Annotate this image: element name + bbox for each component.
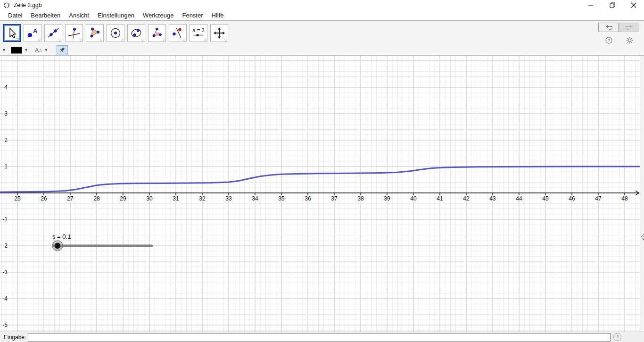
close-icon xyxy=(631,2,636,8)
x-tick-label: 35 xyxy=(278,195,285,202)
x-tick-label: 25 xyxy=(14,195,21,202)
tool-dropdown-icon[interactable]: ▽ xyxy=(17,38,19,42)
reflection-icon xyxy=(172,27,184,39)
tool-angle-button[interactable]: α ▽ xyxy=(148,24,166,42)
x-tick-label: 47 xyxy=(595,195,602,202)
tool-slider-button[interactable]: a = 2 ▽ xyxy=(190,24,207,42)
tool-dropdown-icon[interactable]: ▽ xyxy=(204,38,206,42)
redo-button[interactable] xyxy=(619,23,639,32)
restore-button[interactable] xyxy=(602,0,623,10)
x-tick-label: 31 xyxy=(173,195,179,202)
tool-perpendicular-line-button[interactable]: ▽ xyxy=(65,24,83,42)
x-tick-label: 29 xyxy=(120,195,126,202)
y-tick-label: -2 xyxy=(2,242,8,249)
x-tick-label: 33 xyxy=(225,195,232,202)
minimize-icon xyxy=(588,3,594,8)
tool-move-graphics-view-button[interactable]: ▽ xyxy=(210,24,228,42)
text-style-button[interactable]: AA xyxy=(35,46,42,54)
stylebar-toggle-chevron-icon[interactable]: ▼ xyxy=(2,48,6,52)
move-view-icon xyxy=(213,27,225,39)
tool-move-button[interactable]: ▽ xyxy=(3,24,21,42)
tool-dropdown-icon[interactable]: ▽ xyxy=(162,38,165,42)
svg-text:?: ? xyxy=(608,38,610,42)
tool-dropdown-icon[interactable]: ▽ xyxy=(100,38,103,42)
x-tick-label: 41 xyxy=(437,195,443,202)
tool-dropdown-icon[interactable]: ▽ xyxy=(141,38,144,42)
y-tick-label: -4 xyxy=(2,295,8,302)
menu-item-datei[interactable]: Datei xyxy=(4,11,26,20)
graphics-canvas[interactable]: 2526272829303132333435363738394041424344… xyxy=(0,56,644,332)
perpendicular-line-icon xyxy=(68,27,80,39)
menubar: Datei Bearbeiten Ansicht Einstellungen W… xyxy=(0,10,644,21)
x-tick-label: 43 xyxy=(489,195,496,202)
svg-text:α: α xyxy=(157,31,159,35)
tool-polygon-button[interactable]: ▽ xyxy=(86,24,104,42)
stylebar-separator xyxy=(54,45,54,55)
tool-line-button[interactable]: ▽ xyxy=(44,24,62,42)
tool-ellipse-button[interactable]: ▽ xyxy=(127,24,145,42)
tool-dropdown-icon[interactable]: ▽ xyxy=(79,38,82,42)
x-tick-label: 36 xyxy=(305,195,311,202)
tool-circle-button[interactable]: ▽ xyxy=(107,24,124,42)
function-curve[interactable] xyxy=(0,167,639,192)
graphics-view[interactable]: 2526272829303132333435363738394041424344… xyxy=(0,56,644,332)
menu-item-fenster[interactable]: Fenster xyxy=(178,11,207,20)
window-title: Zeile 2.ggb xyxy=(14,2,41,8)
panel-collapse-arrow-icon[interactable] xyxy=(640,234,644,241)
x-tick-label: 44 xyxy=(516,195,522,202)
x-tick-label: 30 xyxy=(146,195,153,202)
help-button[interactable]: ? xyxy=(604,36,613,44)
graphics-stylebar: ▼ ▼ AA ▼ xyxy=(0,45,644,56)
tool-reflection-button[interactable]: ▽ xyxy=(169,24,187,42)
input-help-button[interactable]: ? xyxy=(613,333,621,341)
x-tick-label: 27 xyxy=(67,195,74,202)
x-tick-label: 39 xyxy=(384,195,390,202)
ellipse-icon xyxy=(130,27,142,39)
x-tick-label: 26 xyxy=(41,195,47,202)
text-style-dropdown-icon[interactable]: ▼ xyxy=(44,48,48,52)
x-tick-label: 48 xyxy=(621,195,628,202)
y-tick-label: 4 xyxy=(4,84,8,91)
pin-button[interactable] xyxy=(57,45,68,55)
algebra-input[interactable] xyxy=(28,333,611,342)
tool-dropdown-icon[interactable]: ▽ xyxy=(58,38,61,42)
slider-knob[interactable] xyxy=(55,243,60,249)
y-tick-label: 1 xyxy=(4,163,8,170)
input-bar: Eingabe: ? xyxy=(0,332,644,342)
x-tick-label: 38 xyxy=(357,195,364,202)
x-tick-label: 42 xyxy=(463,195,470,202)
x-tick-label: 37 xyxy=(331,195,338,202)
redo-icon xyxy=(626,25,633,30)
close-button[interactable] xyxy=(623,0,644,10)
restore-icon xyxy=(610,2,615,8)
tool-dropdown-icon[interactable]: ▽ xyxy=(38,38,41,42)
x-tick-label: 45 xyxy=(542,195,549,202)
x-tick-label: 28 xyxy=(93,195,100,202)
tool-point-button[interactable]: A ▽ xyxy=(24,24,41,42)
minimize-button[interactable] xyxy=(580,0,602,10)
settings-gear-button[interactable] xyxy=(625,36,634,44)
menu-item-einstellungen[interactable]: Einstellungen xyxy=(93,11,139,20)
view-divider xyxy=(640,56,644,332)
slider-value-label: s = 0.1 xyxy=(52,233,71,240)
tool-dropdown-icon[interactable]: ▽ xyxy=(224,38,227,42)
svg-text:a = 2: a = 2 xyxy=(193,27,205,33)
tool-dropdown-icon[interactable]: ▽ xyxy=(183,38,186,42)
y-tick-label: 2 xyxy=(4,137,8,143)
line-icon xyxy=(47,27,59,39)
toolbar: ▽ A ▽ ▽ ▽ xyxy=(0,21,644,45)
menu-item-bearbeiten[interactable]: Bearbeiten xyxy=(26,11,65,20)
undo-button[interactable] xyxy=(598,23,619,32)
help-icon: ? xyxy=(605,37,612,44)
y-tick-label: -5 xyxy=(2,322,8,328)
menu-item-ansicht[interactable]: Ansicht xyxy=(65,11,93,20)
x-tick-label: 40 xyxy=(410,195,417,202)
angle-icon: α xyxy=(151,27,163,39)
tool-dropdown-icon[interactable]: ▽ xyxy=(121,38,124,42)
color-swatch-button[interactable] xyxy=(11,47,22,54)
menu-item-hilfe[interactable]: Hilfe xyxy=(207,11,228,20)
x-tick-label: 34 xyxy=(252,195,258,202)
color-dropdown-icon[interactable]: ▼ xyxy=(24,48,28,52)
menu-item-werkzeuge[interactable]: Werkzeuge xyxy=(139,11,178,20)
x-tick-label: 46 xyxy=(569,195,575,202)
